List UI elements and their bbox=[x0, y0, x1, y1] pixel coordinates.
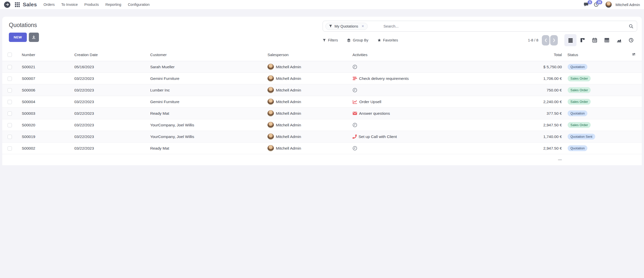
view-list-button[interactable] bbox=[564, 34, 576, 46]
new-button[interactable]: NEW bbox=[9, 33, 27, 42]
apps-grid-icon[interactable] bbox=[15, 2, 20, 7]
row-checkbox[interactable] bbox=[8, 135, 12, 139]
column-header-creation-date[interactable]: Creation Date bbox=[70, 49, 145, 61]
status-badge: Quotation bbox=[568, 145, 587, 151]
chevron-right-icon bbox=[553, 38, 556, 42]
facet-remove-icon[interactable]: ✕ bbox=[361, 24, 365, 28]
table-row[interactable]: S00007 03/22/2023 Gemini Furniture Mitch… bbox=[2, 73, 642, 84]
cell-activity[interactable]: Order Upsell bbox=[348, 96, 537, 108]
cell-activity[interactable] bbox=[348, 119, 537, 131]
graph-view-icon bbox=[616, 38, 622, 43]
salesperson-avatar bbox=[268, 75, 274, 82]
row-checkbox[interactable] bbox=[8, 88, 12, 92]
export-button[interactable] bbox=[29, 33, 39, 42]
table-row[interactable]: S00021 05/16/2023 Sarah Mueller Mitchell… bbox=[2, 61, 642, 73]
cell-total: 2,240.00 € bbox=[537, 96, 567, 108]
table-header-row: Number Creation Date Customer Salesperso… bbox=[2, 49, 642, 61]
column-header-total[interactable]: Total bbox=[537, 49, 567, 61]
table-footer-row: — bbox=[2, 154, 642, 165]
cell-total: 2,947.50 € bbox=[537, 119, 567, 131]
column-header-status[interactable]: Status bbox=[567, 49, 626, 61]
search-facet: My Quotations ✕ bbox=[325, 23, 368, 30]
menu-products[interactable]: Products bbox=[84, 3, 99, 7]
menu-to-invoice[interactable]: To Invoice bbox=[61, 3, 78, 7]
row-checkbox[interactable] bbox=[8, 146, 12, 151]
menu-orders[interactable]: Orders bbox=[43, 3, 55, 7]
chart-activity-icon bbox=[352, 99, 358, 104]
row-checkbox[interactable] bbox=[8, 100, 12, 104]
salesperson-avatar bbox=[268, 87, 274, 93]
table-row[interactable]: S00004 03/22/2023 Gemini Furniture Mitch… bbox=[2, 96, 642, 108]
cell-activity[interactable]: Check delivery requirements bbox=[348, 73, 537, 84]
cell-status: Quotation bbox=[567, 61, 626, 73]
salesperson-avatar bbox=[268, 133, 274, 140]
select-all-checkbox[interactable] bbox=[8, 53, 12, 57]
column-header-customer[interactable]: Customer bbox=[145, 49, 263, 61]
menu-reporting[interactable]: Reporting bbox=[105, 3, 121, 7]
status-badge: Quotation bbox=[568, 110, 587, 116]
column-header-salesperson[interactable]: Salesperson bbox=[263, 49, 348, 61]
cell-number: S00007 bbox=[17, 73, 70, 84]
status-badge: Sales Order bbox=[568, 87, 591, 93]
cell-activity[interactable]: Answer questions bbox=[348, 108, 537, 119]
layers-icon bbox=[347, 38, 351, 42]
salesperson-avatar bbox=[268, 145, 274, 151]
filters-button[interactable]: Filters bbox=[323, 38, 338, 42]
table-row[interactable]: S00002 03/22/2023 Ready Mat Mitchell Adm… bbox=[2, 143, 642, 154]
column-header-number[interactable]: Number bbox=[17, 49, 70, 61]
cell-activity[interactable] bbox=[348, 143, 537, 154]
pager-range: 1-8 / 8 bbox=[528, 38, 538, 42]
view-pivot-button[interactable] bbox=[601, 34, 613, 46]
view-graph-button[interactable] bbox=[613, 34, 625, 46]
cell-customer: Lumber Inc bbox=[145, 84, 263, 96]
row-checkbox[interactable] bbox=[8, 123, 12, 127]
row-checkbox[interactable] bbox=[8, 77, 12, 81]
cell-activity[interactable]: Set up Call with Client bbox=[348, 131, 537, 143]
pager-previous-button[interactable] bbox=[542, 35, 549, 45]
facet-label: My Quotations bbox=[335, 24, 358, 28]
cell-activity[interactable] bbox=[348, 84, 537, 96]
table-row[interactable]: S00003 03/22/2023 Ready Mat Mitchell Adm… bbox=[2, 108, 642, 119]
cell-number: S00020 bbox=[17, 119, 70, 131]
menu-configuration[interactable]: Configuration bbox=[128, 3, 150, 7]
cell-status: Sales Order bbox=[567, 119, 626, 131]
salesperson-avatar bbox=[268, 110, 274, 117]
page-title: Quotations bbox=[9, 22, 39, 29]
activities-button[interactable]: 39 bbox=[594, 2, 599, 7]
chevron-left-icon bbox=[544, 38, 547, 42]
column-header-activities[interactable]: Activities bbox=[348, 49, 537, 61]
view-kanban-button[interactable] bbox=[576, 34, 589, 46]
view-calendar-button[interactable] bbox=[589, 34, 601, 46]
table-row[interactable]: S00020 03/22/2023 YourCompany, Joel Will… bbox=[2, 119, 642, 131]
cell-number: S00021 bbox=[17, 61, 70, 73]
view-activity-button[interactable] bbox=[625, 34, 637, 46]
row-checkbox[interactable] bbox=[8, 111, 12, 116]
control-panel: Quotations NEW My Quotations ✕ bbox=[2, 17, 642, 48]
cell-total: 377.50 € bbox=[537, 108, 567, 119]
app-name[interactable]: Sales bbox=[23, 2, 37, 8]
table-row[interactable]: S00019 03/22/2023 YourCompany, Joel Will… bbox=[2, 131, 642, 143]
cell-salesperson: Mitchell Admin bbox=[263, 96, 348, 108]
group-by-button[interactable]: Group By bbox=[347, 38, 368, 42]
optional-columns-button[interactable] bbox=[626, 49, 642, 61]
cell-customer: Ready Mat bbox=[145, 108, 263, 119]
clock-activity-icon bbox=[352, 123, 357, 127]
favorites-button[interactable]: Favorites bbox=[377, 38, 398, 42]
cell-salesperson: Mitchell Admin bbox=[263, 119, 348, 131]
search-input[interactable]: My Quotations ✕ Search... bbox=[323, 21, 637, 32]
cell-total: 1,706.00 € bbox=[537, 73, 567, 84]
search-icon[interactable] bbox=[629, 24, 633, 29]
odoo-logo-icon[interactable] bbox=[4, 2, 10, 8]
cell-customer: Gemini Furniture bbox=[145, 96, 263, 108]
user-avatar[interactable] bbox=[605, 1, 612, 8]
status-badge: Sales Order bbox=[568, 99, 591, 105]
row-checkbox[interactable] bbox=[8, 65, 12, 69]
sliders-icon bbox=[632, 52, 636, 56]
messages-button[interactable]: 5 bbox=[584, 2, 589, 7]
footer-total: — bbox=[537, 154, 567, 165]
user-name[interactable]: Mitchell Admin bbox=[615, 3, 640, 7]
pager-next-button[interactable] bbox=[550, 35, 558, 45]
table-row[interactable]: S00006 03/22/2023 Lumber Inc Mitchell Ad… bbox=[2, 84, 642, 96]
cell-creation-date: 03/22/2023 bbox=[70, 119, 145, 131]
cell-activity[interactable] bbox=[348, 61, 537, 73]
